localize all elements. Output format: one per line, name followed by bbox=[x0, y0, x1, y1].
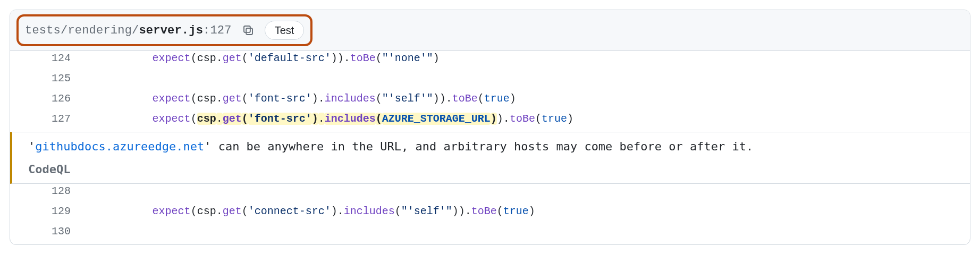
copy-path-button[interactable] bbox=[239, 21, 257, 39]
quote-char: ' bbox=[28, 140, 35, 153]
code-content: expect(csp.get('connect-src').includes("… bbox=[83, 205, 970, 217]
code-token: ) bbox=[510, 92, 516, 105]
svg-rect-0 bbox=[246, 28, 252, 35]
code-token: ) bbox=[491, 113, 497, 125]
code-body: 124expect(csp.get('default-src')).toBe("… bbox=[10, 51, 970, 244]
code-token: (csp. bbox=[191, 205, 223, 217]
code-token: ( bbox=[376, 92, 382, 105]
line-number[interactable]: 128 bbox=[10, 185, 83, 197]
file-header: tests/rendering/server.js:127 Test bbox=[10, 10, 970, 51]
code-token: AZURE_STORAGE_URL bbox=[382, 113, 491, 125]
code-token: . bbox=[318, 113, 325, 125]
code-card: tests/rendering/server.js:127 Test 124ex… bbox=[10, 10, 970, 245]
quote-char: ' bbox=[204, 140, 211, 153]
copy-icon bbox=[242, 24, 254, 36]
file-path[interactable]: tests/rendering/server.js:127 bbox=[25, 24, 232, 37]
code-content: expect(csp.get('font-src').includes("'se… bbox=[83, 92, 970, 105]
code-token: toBe bbox=[471, 205, 497, 217]
code-token: ). bbox=[331, 205, 344, 217]
code-token: includes bbox=[325, 92, 376, 105]
code-line: 127expect(csp.get('font-src').includes(A… bbox=[10, 112, 970, 132]
code-token: toBe bbox=[350, 52, 376, 64]
code-token: expect bbox=[153, 205, 191, 217]
code-token: ( bbox=[242, 52, 248, 64]
code-token: toBe bbox=[510, 113, 535, 125]
code-token: expect bbox=[153, 113, 191, 125]
file-header-highlight: tests/rendering/server.js:127 Test bbox=[16, 14, 312, 46]
line-number[interactable]: 126 bbox=[10, 92, 83, 105]
code-token: includes bbox=[325, 113, 376, 125]
line-number[interactable]: 127 bbox=[10, 113, 83, 125]
code-token: ( bbox=[478, 92, 484, 105]
check-type-label[interactable]: Test bbox=[265, 21, 305, 40]
annotation-text: can be anywhere in the URL, and arbitrar… bbox=[211, 140, 753, 153]
code-token: true bbox=[484, 92, 510, 105]
code-token: ). bbox=[312, 92, 325, 105]
code-scanning-annotation: 'githubdocs.azureedge.net' can be anywhe… bbox=[10, 132, 970, 184]
code-token: true bbox=[542, 113, 567, 125]
code-token: get bbox=[223, 92, 242, 105]
code-line: 130 bbox=[10, 224, 970, 244]
file-path-bold: server.js bbox=[139, 24, 203, 37]
code-token: "'none'" bbox=[382, 52, 433, 64]
code-token: expect bbox=[153, 52, 191, 64]
file-path-line: :127 bbox=[203, 24, 232, 37]
code-token: 'font-src' bbox=[248, 92, 312, 105]
code-token: ( bbox=[395, 205, 401, 217]
svg-rect-1 bbox=[244, 26, 250, 32]
code-token: (csp. bbox=[191, 92, 223, 105]
line-number[interactable]: 125 bbox=[10, 72, 83, 84]
code-token: . bbox=[216, 113, 223, 125]
code-token: ) bbox=[433, 52, 440, 64]
code-token: 'connect-src' bbox=[248, 205, 331, 217]
file-path-prefix: tests/rendering/ bbox=[25, 24, 139, 37]
code-token: expect bbox=[153, 92, 191, 105]
code-content: expect(csp.get('font-src').includes(AZUR… bbox=[83, 113, 970, 125]
code-token: ). bbox=[497, 113, 510, 125]
code-token: ( bbox=[376, 113, 382, 125]
code-token: 'font-src' bbox=[248, 113, 312, 125]
code-token: get bbox=[223, 52, 242, 64]
code-token: csp bbox=[197, 113, 216, 125]
code-token: includes bbox=[344, 205, 395, 217]
code-line: 124expect(csp.get('default-src')).toBe("… bbox=[10, 51, 970, 71]
line-number[interactable]: 129 bbox=[10, 205, 83, 217]
code-token: ( bbox=[191, 113, 197, 125]
code-token: toBe bbox=[452, 92, 478, 105]
code-token: "'self'" bbox=[401, 205, 452, 217]
code-token: )). bbox=[433, 92, 452, 105]
code-token: "'self'" bbox=[382, 92, 433, 105]
code-token: ) bbox=[529, 205, 535, 217]
code-token: )). bbox=[331, 52, 350, 64]
code-token: ( bbox=[242, 205, 248, 217]
code-content: expect(csp.get('default-src')).toBe("'no… bbox=[83, 52, 970, 64]
line-number[interactable]: 130 bbox=[10, 225, 83, 238]
code-token: )). bbox=[452, 205, 471, 217]
code-token: ( bbox=[497, 205, 503, 217]
code-token: ( bbox=[242, 113, 248, 125]
annotation-link[interactable]: githubdocs.azureedge.net bbox=[35, 140, 204, 153]
code-token: get bbox=[223, 205, 242, 217]
code-token: get bbox=[223, 113, 242, 125]
code-line: 125 bbox=[10, 71, 970, 91]
code-line: 126expect(csp.get('font-src').includes("… bbox=[10, 91, 970, 112]
line-number[interactable]: 124 bbox=[10, 52, 83, 64]
annotation-message: 'githubdocs.azureedge.net' can be anywhe… bbox=[28, 140, 957, 153]
code-line: 128 bbox=[10, 184, 970, 204]
code-token: ) bbox=[312, 113, 318, 125]
code-token: true bbox=[503, 205, 529, 217]
annotation-tool: CodeQL bbox=[28, 163, 957, 176]
code-token: ( bbox=[376, 52, 382, 64]
code-token: ) bbox=[567, 113, 573, 125]
code-token: ( bbox=[535, 113, 542, 125]
code-token: 'default-src' bbox=[248, 52, 331, 64]
code-token: ( bbox=[242, 92, 248, 105]
code-token: (csp. bbox=[191, 52, 223, 64]
code-line: 129expect(csp.get('connect-src').include… bbox=[10, 204, 970, 224]
